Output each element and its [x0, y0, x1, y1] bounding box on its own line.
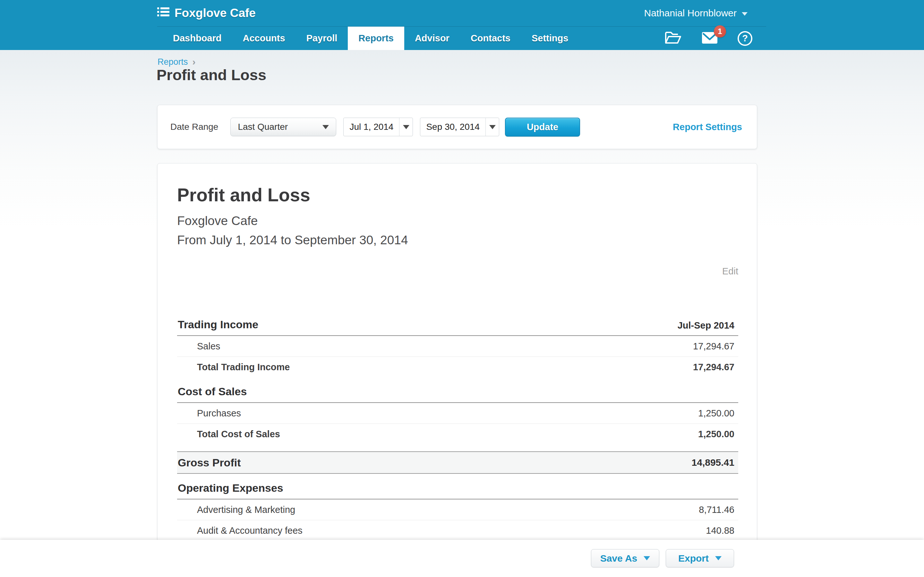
table-row: Audit & Accountancy fees 140.88	[177, 520, 738, 541]
row-value: 1,250.00	[698, 408, 734, 419]
folder-icon	[664, 31, 682, 46]
row-value: 8,711.46	[699, 504, 734, 515]
chevron-down-icon	[644, 556, 650, 560]
tab-contacts[interactable]: Contacts	[460, 27, 521, 50]
row-label: Total Cost of Sales	[197, 429, 280, 440]
report-title: Profit and Loss	[177, 185, 738, 205]
header-top-row: Foxglove Cafe Nathanial Hornblower	[0, 0, 924, 26]
chevron-down-icon	[715, 556, 722, 560]
breadcrumb-reports-link[interactable]: Reports	[158, 57, 188, 67]
chevron-down-icon	[322, 125, 329, 129]
date-range-label: Date Range	[170, 122, 218, 132]
row-value: 17,294.67	[693, 362, 734, 372]
row-label: Advertising & Marketing	[197, 504, 295, 515]
column-header: Jul-Sep 2014	[678, 320, 738, 331]
row-value: 17,294.67	[693, 341, 734, 351]
to-date-dropdown[interactable]	[485, 118, 499, 136]
tab-settings[interactable]: Settings	[521, 27, 579, 50]
profit-loss-table: Trading Income Jul-Sep 2014 Sales 17,294…	[177, 318, 738, 562]
to-date-field[interactable]: Sep 30, 2014	[420, 118, 499, 136]
user-name: Nathanial Hornblower	[644, 8, 737, 19]
row-value: 1,250.00	[698, 429, 734, 440]
breadcrumb-separator-icon: ›	[192, 56, 196, 67]
section-title: Operating Expenses	[177, 482, 283, 494]
help-button[interactable]: ?	[738, 31, 752, 46]
org-list-icon	[157, 6, 170, 20]
chevron-down-icon	[489, 125, 496, 129]
report-settings-link[interactable]: Report Settings	[673, 122, 742, 132]
export-label: Export	[678, 553, 709, 564]
tab-accounts[interactable]: Accounts	[232, 27, 296, 50]
row-label: Audit & Accountancy fees	[197, 525, 302, 536]
action-footer: Save As Export	[0, 540, 924, 577]
row-label: Sales	[197, 341, 220, 351]
row-label: Purchases	[197, 408, 241, 419]
org-switcher[interactable]: Foxglove Cafe	[157, 0, 256, 26]
table-row: Sales 17,294.67	[177, 336, 738, 357]
main-nav: Dashboard Accounts Payroll Reports Advis…	[162, 27, 579, 50]
gross-profit-label: Gross Profit	[178, 456, 241, 470]
inbox-button[interactable]: 1	[702, 32, 718, 45]
breadcrumb: Reports ›	[158, 56, 196, 67]
tab-reports[interactable]: Reports	[348, 27, 404, 50]
section-cost-of-sales: Cost of Sales Purchases 1,250.00 Total C…	[177, 385, 738, 444]
report-card: Profit and Loss Foxglove Cafe From July …	[157, 163, 757, 577]
row-label: Total Trading Income	[197, 362, 290, 372]
save-as-button[interactable]: Save As	[591, 549, 659, 567]
user-menu[interactable]: Nathanial Hornblower	[644, 0, 748, 26]
gross-profit-value: 14,895.41	[692, 457, 734, 468]
page-title: Profit and Loss	[157, 66, 266, 84]
org-name: Foxglove Cafe	[174, 6, 256, 20]
from-date-field[interactable]: Jul 1, 2014	[343, 118, 413, 136]
section-trading-income: Trading Income Jul-Sep 2014 Sales 17,294…	[177, 318, 738, 377]
chevron-down-icon	[403, 125, 409, 129]
export-button[interactable]: Export	[666, 549, 734, 567]
section-title: Trading Income	[177, 318, 258, 331]
from-date-dropdown[interactable]	[399, 118, 413, 136]
report-period: From July 1, 2014 to September 30, 2014	[177, 232, 738, 248]
date-range-select[interactable]: Last Quarter	[230, 118, 336, 136]
section-title: Cost of Sales	[177, 385, 247, 398]
date-range-panel: Date Range Last Quarter Jul 1, 2014 Sep …	[157, 105, 757, 149]
table-row: Advertising & Marketing 8,711.46	[177, 500, 738, 520]
row-value: 140.88	[706, 525, 734, 536]
inbox-badge: 1	[714, 25, 726, 37]
save-as-label: Save As	[600, 553, 638, 564]
table-total-row: Total Trading Income 17,294.67	[177, 357, 738, 377]
update-button[interactable]: Update	[505, 118, 580, 137]
report-org: Foxglove Cafe	[177, 213, 738, 229]
app-header: Foxglove Cafe Nathanial Hornblower Dashb…	[0, 0, 924, 50]
files-button[interactable]	[664, 31, 682, 46]
tab-dashboard[interactable]: Dashboard	[162, 27, 232, 50]
edit-link[interactable]: Edit	[722, 266, 738, 276]
table-row: Purchases 1,250.00	[177, 403, 738, 424]
tab-advisor[interactable]: Advisor	[404, 27, 460, 50]
header-icons: 1 ?	[664, 27, 752, 50]
tab-payroll[interactable]: Payroll	[296, 27, 348, 50]
table-total-row: Total Cost of Sales 1,250.00	[177, 424, 738, 444]
chevron-down-icon	[742, 12, 748, 16]
gross-profit-row: Gross Profit 14,895.41	[177, 451, 738, 474]
date-range-value: Last Quarter	[238, 122, 288, 132]
help-icon: ?	[738, 31, 752, 46]
from-date-value: Jul 1, 2014	[344, 118, 399, 136]
to-date-value: Sep 30, 2014	[420, 118, 485, 136]
